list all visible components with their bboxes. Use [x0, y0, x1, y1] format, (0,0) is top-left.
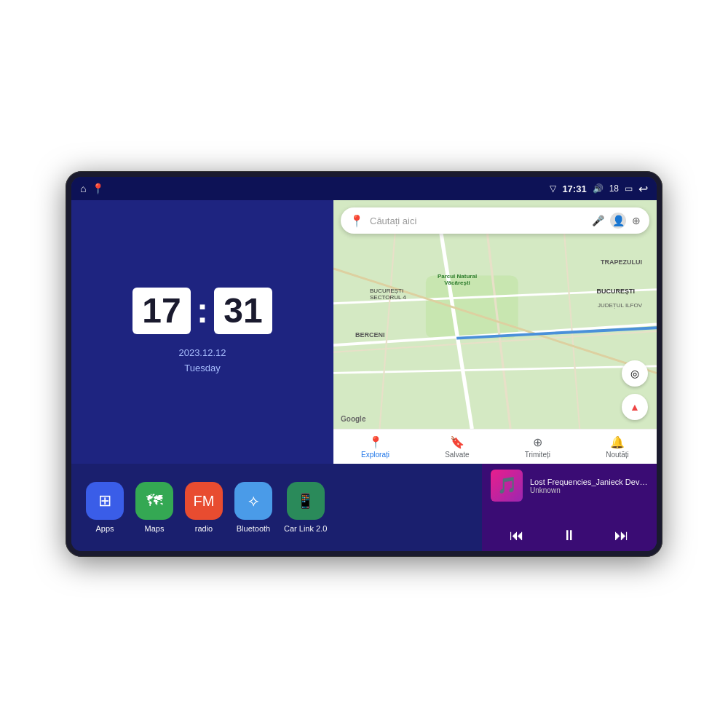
- location-icon: ◎: [630, 368, 639, 379]
- trapezului-label: TRAPEZULUI: [601, 258, 642, 266]
- map-tab-explorati[interactable]: 📍 Explorați: [361, 435, 389, 459]
- noutati-icon: 🔔: [610, 435, 625, 449]
- map-panel[interactable]: TRAPEZULUI BUCUREȘTI JUDEȚUL ILFOV BERCE…: [333, 200, 657, 464]
- clock-minutes: 31: [214, 288, 272, 334]
- bluetooth-icon-wrap: ⟡: [234, 482, 272, 520]
- media-artist: Unknown: [530, 486, 648, 494]
- map-compass[interactable]: ▲: [622, 394, 648, 420]
- map-tab-noutati[interactable]: 🔔 Noutăți: [606, 435, 629, 459]
- trimiteti-icon: ⊕: [533, 435, 542, 449]
- status-bar: ⌂ 📍 ▽ 17:31 🔊 18 ▭ ↩: [71, 177, 657, 200]
- bluetooth-label: Bluetooth: [237, 524, 270, 533]
- maps-app-icon: 🗺: [146, 491, 162, 510]
- clock-hours: 17: [132, 288, 191, 334]
- map-tab-trimiteti[interactable]: ⊕ Trimiteți: [525, 435, 550, 459]
- apps-bar: ⊞ Apps 🗺 Maps FM radio: [71, 464, 482, 551]
- device-screen: ⌂ 📍 ▽ 17:31 🔊 18 ▭ ↩ 17 :: [71, 177, 657, 551]
- berceni-label: BERCENI: [355, 331, 385, 339]
- carlink-icon-wrap: 📱: [287, 482, 325, 520]
- carlink-label: Car Link 2.0: [284, 524, 327, 533]
- sectorul-label: BUCUREȘTISECTORUL 4: [370, 288, 406, 301]
- media-thumbnail: 🎵: [491, 470, 523, 502]
- mic-icon[interactable]: 🎤: [592, 215, 604, 226]
- maps-label: Maps: [145, 524, 165, 533]
- carlink-icon: 📱: [296, 492, 314, 510]
- compass-icon: ▲: [630, 401, 640, 413]
- parcul-label: Parcul Natural Văcărești: [428, 273, 486, 286]
- maps-icon-wrap: 🗺: [135, 482, 173, 520]
- explorati-icon: 📍: [368, 435, 383, 449]
- account-icon[interactable]: 👤: [610, 213, 626, 229]
- clock-date: 2023.12.12 Tuesday: [178, 346, 226, 376]
- volume-level: 18: [609, 183, 619, 194]
- media-prev-button[interactable]: ⏮: [504, 526, 530, 545]
- app-item-bluetooth[interactable]: ⟡ Bluetooth: [234, 482, 272, 533]
- status-time: 17:31: [562, 183, 586, 194]
- judetul-ilfov-label: JUDEȚUL ILFOV: [598, 302, 642, 309]
- back-icon[interactable]: ↩: [638, 182, 648, 196]
- svg-line-6: [333, 366, 657, 373]
- media-play-button[interactable]: ⏸: [556, 526, 582, 545]
- status-left: ⌂ 📍: [80, 183, 104, 194]
- bucuresti-label: BUCUREȘTI: [596, 288, 635, 295]
- album-art: 🎵: [497, 476, 517, 495]
- google-maps-icon: 📍: [349, 214, 364, 228]
- media-title: Lost Frequencies_Janieck Devy-...: [530, 478, 648, 486]
- apps-label: Apps: [95, 524, 114, 533]
- radio-icon-wrap: FM: [185, 482, 223, 520]
- map-location-button[interactable]: ◎: [622, 360, 648, 387]
- app-item-radio[interactable]: FM radio: [185, 482, 223, 533]
- bottom-section: ⊞ Apps 🗺 Maps FM radio: [71, 464, 657, 551]
- trimiteti-label: Trimiteți: [525, 451, 550, 459]
- clock-panel: 17 : 31 2023.12.12 Tuesday: [71, 200, 333, 464]
- media-info: Lost Frequencies_Janieck Devy-... Unknow…: [530, 478, 648, 494]
- clock-colon: :: [197, 293, 208, 328]
- apps-icon-wrap: ⊞: [86, 482, 124, 520]
- signal-icon: ▽: [550, 183, 556, 194]
- media-top: 🎵 Lost Frequencies_Janieck Devy-... Unkn…: [491, 470, 648, 502]
- media-controls: ⏮ ⏸ ⏭: [491, 526, 648, 545]
- salvate-label: Salvate: [445, 451, 469, 459]
- radio-label: radio: [195, 524, 213, 533]
- map-tab-salvate[interactable]: 🔖 Salvate: [445, 435, 469, 459]
- media-player: 🎵 Lost Frequencies_Janieck Devy-... Unkn…: [482, 464, 657, 551]
- map-search-text[interactable]: Căutați aici: [370, 215, 586, 226]
- app-item-maps[interactable]: 🗺 Maps: [135, 482, 173, 533]
- map-search-right: 🎤 👤 ⊕: [592, 213, 641, 229]
- app-item-carlink[interactable]: 📱 Car Link 2.0: [284, 482, 327, 533]
- apps-icon: ⊞: [98, 491, 111, 510]
- map-search-bar[interactable]: 📍 Căutați aici 🎤 👤 ⊕: [341, 207, 649, 234]
- radio-icon: FM: [194, 493, 215, 510]
- battery-icon: ▭: [625, 183, 633, 194]
- main-content: 17 : 31 2023.12.12 Tuesday: [71, 200, 657, 551]
- top-section: 17 : 31 2023.12.12 Tuesday: [71, 200, 657, 464]
- status-right: ▽ 17:31 🔊 18 ▭ ↩: [550, 182, 648, 196]
- device-frame: ⌂ 📍 ▽ 17:31 🔊 18 ▭ ↩ 17 :: [66, 171, 662, 557]
- bluetooth-icon: ⟡: [248, 491, 259, 510]
- maps-status-icon[interactable]: 📍: [92, 183, 104, 194]
- layers-icon[interactable]: ⊕: [632, 215, 641, 226]
- clock-display: 17 : 31: [132, 288, 272, 334]
- home-icon[interactable]: ⌂: [80, 183, 86, 194]
- salvate-icon: 🔖: [450, 435, 464, 449]
- noutati-label: Noutăți: [606, 451, 629, 459]
- google-logo: Google: [341, 415, 365, 423]
- explorati-label: Explorați: [361, 451, 389, 459]
- volume-icon: 🔊: [593, 183, 604, 194]
- media-next-button[interactable]: ⏭: [609, 526, 635, 545]
- app-item-apps[interactable]: ⊞ Apps: [86, 482, 124, 533]
- map-bottom-bar: 📍 Explorați 🔖 Salvate ⊕ Trimiteți 🔔: [333, 429, 657, 464]
